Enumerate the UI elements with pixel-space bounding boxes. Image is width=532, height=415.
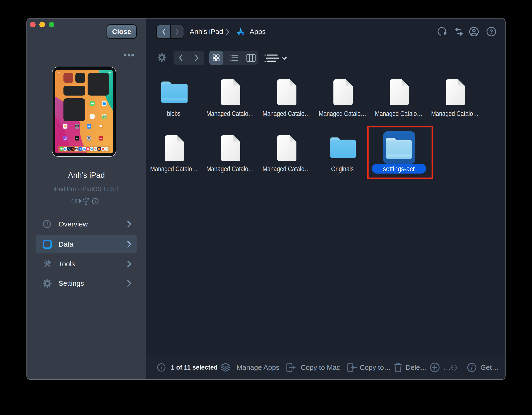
- svg-text:Ps: Ps: [68, 148, 70, 150]
- svg-text:i: i: [46, 221, 48, 227]
- svg-text:360: 360: [100, 137, 103, 139]
- svg-text:Ai: Ai: [72, 148, 74, 150]
- svg-text:tv: tv: [76, 137, 78, 140]
- svg-text:?: ?: [489, 28, 493, 35]
- svg-text:i: i: [95, 199, 96, 204]
